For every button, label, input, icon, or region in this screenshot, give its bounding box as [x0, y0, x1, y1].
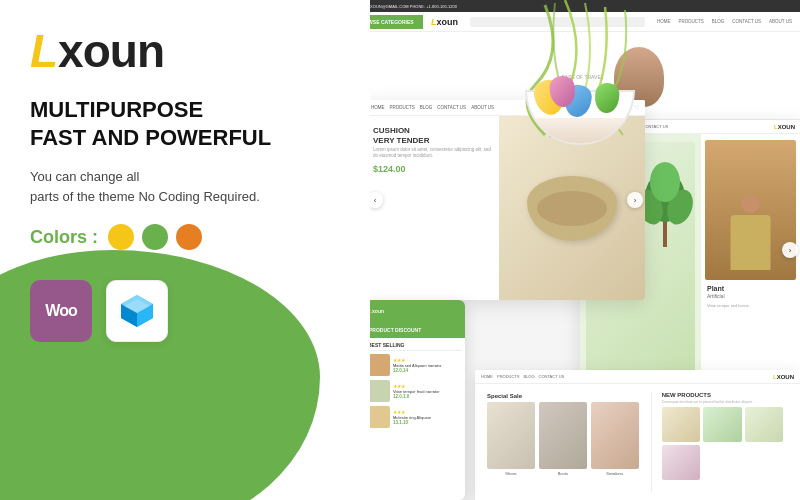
sale-item-1: Shoes — [487, 402, 535, 476]
mid-nav-contact: CONTACT US — [437, 105, 466, 110]
cushion-visual — [527, 176, 617, 241]
section-divider — [651, 392, 652, 492]
mid-product-image — [499, 116, 645, 300]
special-sale-section: Special Sale Shoes Boots Sneakers — [479, 388, 647, 496]
person-area — [705, 140, 796, 280]
sale-label-2: Boots — [558, 471, 568, 476]
green-nav-contact: CONTACT US — [643, 124, 669, 129]
logo-l-letter: L — [30, 28, 58, 74]
left-panel: L xoun MULTIPURPOSE FAST AND POWERFUL Yo… — [0, 0, 370, 500]
mid-body: ‹ CUSHION VERY TENDER Lorem ipsum dolor … — [365, 116, 645, 300]
bw-logo: LXOUN — [773, 374, 794, 380]
mobile-header: Lxoun — [365, 300, 465, 322]
sale-items: Shoes Boots Sneakers — [481, 399, 645, 479]
mobile-price-3: 13.1.10 — [393, 420, 462, 425]
left-content: L xoun MULTIPURPOSE FAST AND POWERFUL Yo… — [0, 0, 370, 362]
brand-logo: L xoun — [30, 28, 340, 74]
svg-point-9 — [650, 162, 680, 202]
nav-products: PRODUCTS — [678, 19, 703, 24]
screenshot-mobile: Lxoun PRODUCT DISCOUNT BEST SELLING ★★★ … — [365, 300, 465, 500]
logo-text: xoun — [58, 28, 164, 74]
sale-item-3: Sneakers — [591, 402, 639, 476]
new-prod-2 — [703, 407, 742, 442]
mid-nav: HOME PRODUCTS BLOG CONTACT US ABOUT US L… — [365, 100, 645, 116]
opencart-badge[interactable] — [106, 280, 168, 342]
mobile-item-3: ★★★ Molestie ring Aliquam 13.1.10 — [368, 406, 462, 428]
plant-info: Plant Artificial Vitae tempor sed lectus — [705, 280, 796, 313]
top-logo: Lxoun — [431, 17, 458, 27]
colors-section: Colors : — [30, 224, 340, 250]
mobile-item-1: ★★★ Mattis sed Aliquam narrator 12.0.14 — [368, 354, 462, 376]
mid-nav-home: HOME — [371, 105, 385, 110]
woo-label: Woo — [45, 302, 76, 320]
mobile-item-2: ★★★ Vitae tempor feud narrator 12.0.1.0 — [368, 380, 462, 402]
mid-account: MY ACCOUNT — [590, 105, 617, 110]
tagline-line2: FAST AND POWERFUL — [30, 124, 340, 152]
mobile-thumb-3 — [368, 406, 390, 428]
sale-label-3: Sneakers — [606, 471, 623, 476]
mid-logo-l: L — [560, 105, 564, 111]
sale-img-2 — [539, 402, 587, 469]
cube-icon — [115, 289, 159, 333]
mobile-thumb-2 — [368, 380, 390, 402]
nav-contact: CONTACT US — [732, 19, 761, 24]
color-dot-orange[interactable] — [176, 224, 202, 250]
mobile-thumb-1 — [368, 354, 390, 376]
new-prod-4 — [662, 445, 701, 480]
right-panel: EMAIL: LEXOUN@GMAIL.COM PHONE: +1-800-10… — [345, 0, 800, 500]
sale-label-1: Shoes — [505, 471, 516, 476]
mobile-discount-bar: PRODUCT DISCOUNT — [365, 322, 465, 338]
product-price: $124.00 — [373, 164, 491, 174]
cushion-highlight — [537, 191, 607, 226]
top-search[interactable] — [470, 17, 645, 27]
mobile-price-1: 12.0.14 — [393, 368, 462, 373]
nav-about: ABOUT US — [769, 19, 792, 24]
tagline-line1: MULTIPURPOSE — [30, 96, 340, 124]
cushion-subtitle: VERY TENDER — [373, 136, 491, 146]
bw-logo-l: L — [773, 374, 777, 380]
mobile-info-3: ★★★ Molestie ring Aliquam 13.1.10 — [393, 409, 462, 425]
mobile-best-selling: BEST SELLING — [368, 342, 462, 351]
sale-title: Special Sale — [481, 390, 645, 399]
mobile-price-2: 12.0.1.0 — [393, 394, 462, 399]
description-line1: You can change all — [30, 169, 139, 184]
mobile-info-2: ★★★ Vitae tempor feud narrator 12.0.1.0 — [393, 383, 462, 399]
new-prod-3 — [745, 407, 784, 442]
mid-cart-icon: ◻ — [624, 104, 629, 111]
banner-text: EASE OF TRAVEL — [561, 74, 603, 80]
tagline: MULTIPURPOSE FAST AND POWERFUL — [30, 96, 340, 151]
person-body — [731, 215, 771, 270]
description-line2: parts of the theme No Coding Required. — [30, 189, 260, 204]
color-dot-green[interactable] — [142, 224, 168, 250]
new-prod-1 — [662, 407, 701, 442]
mobile-discount-label: PRODUCT DISCOUNT — [369, 327, 421, 333]
cushion-image — [499, 116, 645, 300]
mid-arrow-right[interactable]: › — [627, 192, 643, 208]
bw-nav-contact: CONTACT US — [539, 374, 565, 379]
green-arrow-right[interactable]: › — [782, 242, 798, 258]
green-logo-l: L — [774, 124, 778, 130]
plant-subtitle: Artificial — [707, 293, 794, 299]
mid-nav-about: ABOUT US — [471, 105, 494, 110]
cushion-title: CUSHION — [373, 126, 491, 136]
new-products-section: NEW PRODUCTS Consequat tincidunt vut to … — [656, 388, 796, 496]
sale-img-1 — [487, 402, 535, 469]
person-image — [614, 47, 664, 107]
new-products-title: NEW PRODUCTS — [658, 390, 794, 400]
person-head — [742, 195, 760, 213]
mid-heart-icon: ♡ — [634, 104, 639, 111]
mobile-info-1: ★★★ Mattis sed Aliquam narrator 12.0.14 — [393, 357, 462, 373]
green-logo: LXOUN — [774, 124, 795, 130]
plant-title: Plant — [707, 284, 794, 293]
mobile-body: BEST SELLING ★★★ Mattis sed Aliquam narr… — [365, 338, 465, 436]
woocommerce-badge[interactable]: Woo — [30, 280, 92, 342]
ease-of-travel: EASE OF TRAVEL — [561, 74, 603, 80]
top-nav: BROWSE CATEGORIES Lxoun HOME PRODUCTS BL… — [345, 12, 800, 32]
new-products-grid — [658, 407, 794, 480]
colors-label: Colors : — [30, 227, 98, 248]
screenshot-mid-store: HOME PRODUCTS BLOG CONTACT US ABOUT US L… — [365, 100, 645, 300]
bottom-wide-nav: HOME PRODUCTS BLOG CONTACT US LXOUN — [475, 370, 800, 384]
product-title: CUSHION VERY TENDER — [373, 126, 491, 147]
plant-desc: Vitae tempor sed lectus — [707, 303, 794, 309]
color-dot-yellow[interactable] — [108, 224, 134, 250]
